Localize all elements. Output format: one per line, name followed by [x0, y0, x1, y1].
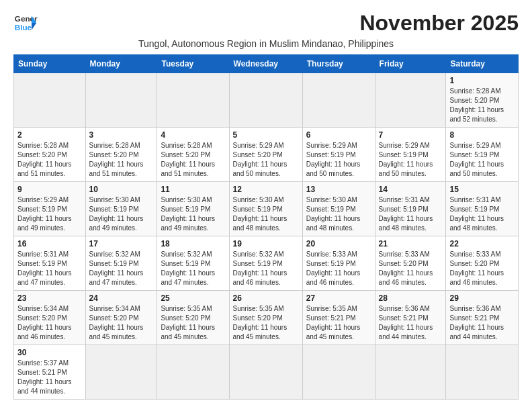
week-row-6: 30Sunrise: 5:37 AMSunset: 5:21 PMDayligh… [14, 345, 519, 400]
weekday-header-wednesday: Wednesday [229, 55, 302, 73]
day-info: Sunrise: 5:32 AMSunset: 5:19 PMDaylight:… [161, 250, 225, 287]
day-info: Sunrise: 5:30 AMSunset: 5:19 PMDaylight:… [89, 195, 154, 233]
day-cell: 27Sunrise: 5:35 AMSunset: 5:21 PMDayligh… [302, 291, 375, 345]
day-cell [85, 73, 157, 128]
day-number: 21 [379, 239, 443, 248]
day-cell: 10Sunrise: 5:30 AMSunset: 5:19 PMDayligh… [85, 182, 157, 236]
day-info: Sunrise: 5:33 AMSunset: 5:20 PMDaylight:… [449, 250, 515, 287]
day-cell: 14Sunrise: 5:31 AMSunset: 5:19 PMDayligh… [375, 182, 446, 236]
day-number: 19 [233, 239, 299, 248]
weekday-header-saturday: Saturday [446, 55, 519, 73]
day-info: Sunrise: 5:36 AMSunset: 5:21 PMDaylight:… [449, 304, 515, 342]
day-info: Sunrise: 5:29 AMSunset: 5:20 PMDaylight:… [233, 141, 299, 179]
day-cell [229, 345, 302, 400]
day-cell: 28Sunrise: 5:36 AMSunset: 5:21 PMDayligh… [375, 291, 446, 345]
day-number: 18 [161, 239, 225, 248]
day-cell [14, 73, 86, 128]
day-cell: 8Sunrise: 5:29 AMSunset: 5:19 PMDaylight… [446, 128, 519, 182]
day-number: 17 [89, 239, 154, 248]
day-number: 4 [161, 130, 225, 140]
day-info: Sunrise: 5:29 AMSunset: 5:19 PMDaylight:… [17, 195, 82, 233]
day-number: 10 [89, 185, 154, 194]
day-number: 6 [306, 130, 371, 140]
day-cell: 2Sunrise: 5:28 AMSunset: 5:20 PMDaylight… [14, 128, 86, 182]
day-number: 25 [161, 293, 225, 303]
day-info: Sunrise: 5:34 AMSunset: 5:20 PMDaylight:… [89, 304, 154, 342]
day-number: 23 [17, 293, 82, 303]
day-cell: 18Sunrise: 5:32 AMSunset: 5:19 PMDayligh… [157, 236, 229, 291]
day-info: Sunrise: 5:28 AMSunset: 5:20 PMDaylight:… [449, 87, 515, 124]
day-number: 15 [449, 185, 515, 194]
day-info: Sunrise: 5:28 AMSunset: 5:20 PMDaylight:… [89, 141, 154, 179]
subtitle: Tungol, Autonomous Region in Muslim Mind… [13, 38, 519, 49]
day-cell: 16Sunrise: 5:31 AMSunset: 5:19 PMDayligh… [14, 236, 86, 291]
week-row-2: 2Sunrise: 5:28 AMSunset: 5:20 PMDaylight… [14, 128, 519, 182]
day-cell: 7Sunrise: 5:29 AMSunset: 5:19 PMDaylight… [375, 128, 446, 182]
day-cell: 12Sunrise: 5:30 AMSunset: 5:19 PMDayligh… [229, 182, 302, 236]
weekday-header-tuesday: Tuesday [157, 55, 229, 73]
day-cell: 11Sunrise: 5:30 AMSunset: 5:19 PMDayligh… [157, 182, 229, 236]
day-cell [85, 345, 157, 400]
day-cell [375, 73, 446, 128]
day-info: Sunrise: 5:35 AMSunset: 5:20 PMDaylight:… [233, 304, 299, 342]
day-number: 26 [233, 293, 299, 303]
day-info: Sunrise: 5:33 AMSunset: 5:20 PMDaylight:… [379, 250, 443, 287]
day-info: Sunrise: 5:28 AMSunset: 5:20 PMDaylight:… [17, 141, 82, 179]
weekday-header-friday: Friday [375, 55, 446, 73]
day-info: Sunrise: 5:30 AMSunset: 5:19 PMDaylight:… [233, 195, 299, 233]
day-cell [229, 73, 302, 128]
day-cell: 13Sunrise: 5:30 AMSunset: 5:19 PMDayligh… [302, 182, 375, 236]
day-cell: 3Sunrise: 5:28 AMSunset: 5:20 PMDaylight… [85, 128, 157, 182]
month-title: November 2025 [359, 11, 519, 36]
header: General Blue November 2025 [13, 11, 519, 36]
day-info: Sunrise: 5:30 AMSunset: 5:19 PMDaylight:… [306, 195, 371, 233]
weekday-header-monday: Monday [85, 55, 157, 73]
day-number: 8 [449, 130, 515, 140]
day-info: Sunrise: 5:36 AMSunset: 5:21 PMDaylight:… [379, 304, 443, 342]
day-cell: 23Sunrise: 5:34 AMSunset: 5:20 PMDayligh… [14, 291, 86, 345]
day-cell: 15Sunrise: 5:31 AMSunset: 5:19 PMDayligh… [446, 182, 519, 236]
day-number: 30 [17, 348, 82, 357]
day-cell [302, 73, 375, 128]
day-number: 27 [306, 293, 371, 303]
day-cell: 9Sunrise: 5:29 AMSunset: 5:19 PMDaylight… [14, 182, 86, 236]
day-cell: 24Sunrise: 5:34 AMSunset: 5:20 PMDayligh… [85, 291, 157, 345]
day-cell [157, 345, 229, 400]
day-cell: 20Sunrise: 5:33 AMSunset: 5:19 PMDayligh… [302, 236, 375, 291]
day-cell: 21Sunrise: 5:33 AMSunset: 5:20 PMDayligh… [375, 236, 446, 291]
day-info: Sunrise: 5:35 AMSunset: 5:20 PMDaylight:… [161, 304, 225, 342]
day-number: 14 [379, 185, 443, 194]
day-cell: 6Sunrise: 5:29 AMSunset: 5:19 PMDaylight… [302, 128, 375, 182]
day-info: Sunrise: 5:28 AMSunset: 5:20 PMDaylight:… [161, 141, 225, 179]
day-cell: 17Sunrise: 5:32 AMSunset: 5:19 PMDayligh… [85, 236, 157, 291]
logo-icon: General Blue [13, 11, 38, 35]
day-cell: 4Sunrise: 5:28 AMSunset: 5:20 PMDaylight… [157, 128, 229, 182]
day-number: 3 [89, 130, 154, 140]
day-info: Sunrise: 5:37 AMSunset: 5:21 PMDaylight:… [17, 359, 82, 396]
day-cell [375, 345, 446, 400]
week-row-3: 9Sunrise: 5:29 AMSunset: 5:19 PMDaylight… [14, 182, 519, 236]
svg-marker-3 [32, 23, 36, 30]
day-number: 9 [17, 185, 82, 194]
day-cell: 29Sunrise: 5:36 AMSunset: 5:21 PMDayligh… [446, 291, 519, 345]
day-number: 1 [449, 76, 515, 85]
day-cell: 26Sunrise: 5:35 AMSunset: 5:20 PMDayligh… [229, 291, 302, 345]
day-info: Sunrise: 5:31 AMSunset: 5:19 PMDaylight:… [17, 250, 82, 287]
day-info: Sunrise: 5:32 AMSunset: 5:19 PMDaylight:… [89, 250, 154, 287]
day-number: 5 [233, 130, 299, 140]
day-number: 20 [306, 239, 371, 248]
day-number: 24 [89, 293, 154, 303]
week-row-1: 1Sunrise: 5:28 AMSunset: 5:20 PMDaylight… [14, 73, 519, 128]
day-info: Sunrise: 5:29 AMSunset: 5:19 PMDaylight:… [306, 141, 371, 179]
day-cell: 5Sunrise: 5:29 AMSunset: 5:20 PMDaylight… [229, 128, 302, 182]
day-info: Sunrise: 5:32 AMSunset: 5:19 PMDaylight:… [233, 250, 299, 287]
day-info: Sunrise: 5:31 AMSunset: 5:19 PMDaylight:… [449, 195, 515, 233]
logo: General Blue [13, 11, 38, 35]
day-cell: 25Sunrise: 5:35 AMSunset: 5:20 PMDayligh… [157, 291, 229, 345]
day-info: Sunrise: 5:29 AMSunset: 5:19 PMDaylight:… [449, 141, 515, 179]
week-row-4: 16Sunrise: 5:31 AMSunset: 5:19 PMDayligh… [14, 236, 519, 291]
svg-text:Blue: Blue [15, 23, 32, 32]
weekday-header-row: SundayMondayTuesdayWednesdayThursdayFrid… [14, 55, 519, 73]
calendar-table: SundayMondayTuesdayWednesdayThursdayFrid… [13, 54, 519, 400]
weekday-header-thursday: Thursday [302, 55, 375, 73]
